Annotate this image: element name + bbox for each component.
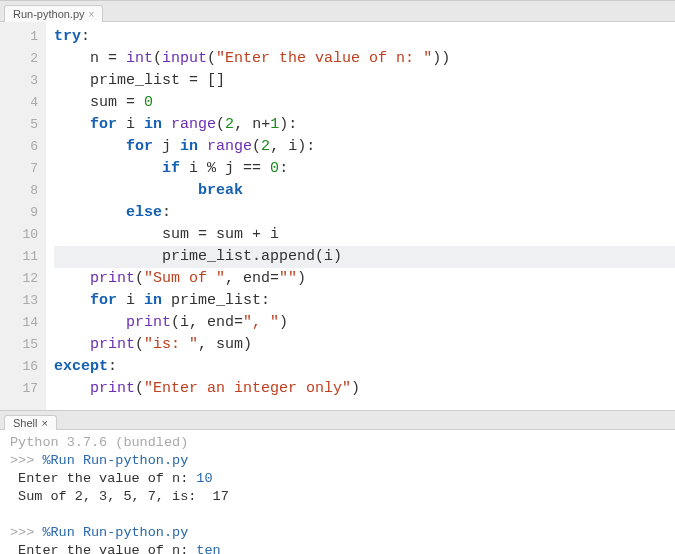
close-icon[interactable]: × (89, 9, 95, 20)
shell-tab-label: Shell (13, 417, 37, 429)
code-line[interactable]: print("is: ", sum) (54, 334, 675, 356)
panel-tab-bar: Shell × (0, 410, 675, 430)
code-line[interactable]: print("Enter an integer only") (54, 378, 675, 400)
code-line[interactable]: break (54, 180, 675, 202)
code-line[interactable]: for j in range(2, i): (54, 136, 675, 158)
code-line[interactable]: prime_list = [] (54, 70, 675, 92)
shell-tab[interactable]: Shell × (4, 415, 57, 430)
code-line[interactable]: sum = sum + i (54, 224, 675, 246)
code-line[interactable]: sum = 0 (54, 92, 675, 114)
code-line[interactable]: for i in prime_list: (54, 290, 675, 312)
code-line[interactable]: if i % j == 0: (54, 158, 675, 180)
code-line[interactable]: n = int(input("Enter the value of n: ")) (54, 48, 675, 70)
code-area[interactable]: try: n = int(input("Enter the value of n… (46, 22, 675, 410)
code-line[interactable]: print(i, end=", ") (54, 312, 675, 334)
code-line[interactable]: print("Sum of ", end="") (54, 268, 675, 290)
shell-output[interactable]: Python 3.7.6 (bundled)>>> %Run Run-pytho… (0, 430, 675, 554)
close-icon[interactable]: × (41, 417, 47, 429)
code-line[interactable]: except: (54, 356, 675, 378)
code-editor[interactable]: 1234567891011121314151617 try: n = int(i… (0, 22, 675, 410)
code-line[interactable]: for i in range(2, n+1): (54, 114, 675, 136)
editor-tab-label: Run-python.py (13, 8, 85, 20)
code-line[interactable]: try: (54, 26, 675, 48)
editor-tab[interactable]: Run-python.py × (4, 5, 103, 22)
line-gutter: 1234567891011121314151617 (0, 22, 46, 410)
code-line[interactable]: prime_list.append(i) (54, 246, 675, 268)
editor-tab-bar: Run-python.py × (0, 0, 675, 22)
code-line[interactable]: else: (54, 202, 675, 224)
